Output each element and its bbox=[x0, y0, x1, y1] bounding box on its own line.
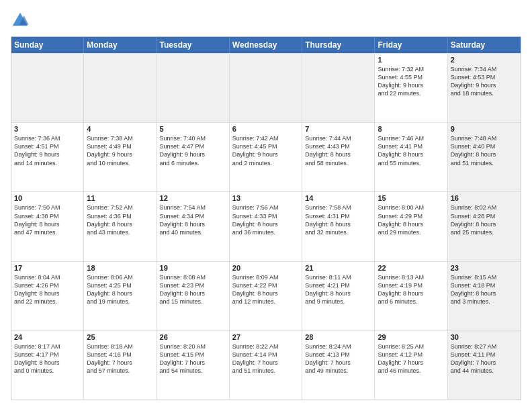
day-number: 9 bbox=[451, 125, 518, 133]
day-cell-14: 14Sunrise: 7:58 AM Sunset: 4:31 PM Dayli… bbox=[302, 192, 375, 261]
day-info: Sunrise: 8:20 AM Sunset: 4:15 PM Dayligh… bbox=[160, 342, 226, 375]
day-header-wednesday: Wednesday bbox=[230, 37, 302, 53]
day-header-tuesday: Tuesday bbox=[157, 37, 230, 53]
day-number: 30 bbox=[451, 333, 518, 341]
day-number: 2 bbox=[451, 56, 518, 64]
day-info: Sunrise: 8:11 AM Sunset: 4:21 PM Dayligh… bbox=[305, 273, 371, 306]
day-info: Sunrise: 7:34 AM Sunset: 4:53 PM Dayligh… bbox=[451, 65, 518, 98]
day-info: Sunrise: 8:22 AM Sunset: 4:14 PM Dayligh… bbox=[232, 342, 299, 375]
day-info: Sunrise: 7:42 AM Sunset: 4:45 PM Dayligh… bbox=[232, 134, 299, 167]
day-number: 15 bbox=[378, 194, 444, 202]
day-cell-18: 18Sunrise: 8:06 AM Sunset: 4:25 PM Dayli… bbox=[84, 262, 157, 330]
logo-icon bbox=[11, 11, 30, 30]
day-info: Sunrise: 7:44 AM Sunset: 4:43 PM Dayligh… bbox=[305, 134, 371, 167]
day-number: 14 bbox=[305, 194, 371, 202]
day-info: Sunrise: 8:00 AM Sunset: 4:29 PM Dayligh… bbox=[378, 203, 444, 236]
day-info: Sunrise: 7:32 AM Sunset: 4:55 PM Dayligh… bbox=[378, 65, 444, 98]
day-number: 28 bbox=[305, 333, 371, 341]
day-number: 12 bbox=[160, 194, 226, 202]
day-number: 11 bbox=[87, 194, 153, 202]
empty-cell bbox=[230, 54, 302, 122]
day-info: Sunrise: 8:06 AM Sunset: 4:25 PM Dayligh… bbox=[87, 273, 153, 306]
page-header bbox=[11, 11, 521, 30]
day-cell-29: 29Sunrise: 8:25 AM Sunset: 4:12 PM Dayli… bbox=[375, 331, 447, 400]
day-info: Sunrise: 7:58 AM Sunset: 4:31 PM Dayligh… bbox=[305, 203, 371, 236]
day-number: 4 bbox=[87, 125, 153, 133]
day-header-thursday: Thursday bbox=[302, 37, 375, 53]
day-number: 10 bbox=[14, 194, 81, 202]
day-header-monday: Monday bbox=[84, 37, 157, 53]
day-number: 19 bbox=[160, 264, 226, 272]
calendar: SundayMondayTuesdayWednesdayThursdayFrid… bbox=[11, 36, 521, 400]
day-cell-3: 3Sunrise: 7:36 AM Sunset: 4:51 PM Daylig… bbox=[11, 123, 84, 191]
day-info: Sunrise: 7:38 AM Sunset: 4:49 PM Dayligh… bbox=[87, 134, 153, 167]
day-number: 6 bbox=[232, 125, 299, 133]
day-info: Sunrise: 8:27 AM Sunset: 4:11 PM Dayligh… bbox=[451, 342, 518, 375]
day-cell-9: 9Sunrise: 7:48 AM Sunset: 4:40 PM Daylig… bbox=[448, 123, 521, 191]
day-cell-1: 1Sunrise: 7:32 AM Sunset: 4:55 PM Daylig… bbox=[375, 54, 447, 122]
day-number: 8 bbox=[378, 125, 444, 133]
day-cell-28: 28Sunrise: 8:24 AM Sunset: 4:13 PM Dayli… bbox=[302, 331, 375, 400]
day-info: Sunrise: 8:09 AM Sunset: 4:22 PM Dayligh… bbox=[232, 273, 299, 306]
day-cell-19: 19Sunrise: 8:08 AM Sunset: 4:23 PM Dayli… bbox=[157, 262, 230, 330]
day-info: Sunrise: 7:56 AM Sunset: 4:33 PM Dayligh… bbox=[232, 203, 299, 236]
day-info: Sunrise: 8:02 AM Sunset: 4:28 PM Dayligh… bbox=[451, 203, 518, 236]
day-cell-26: 26Sunrise: 8:20 AM Sunset: 4:15 PM Dayli… bbox=[157, 331, 230, 400]
day-cell-13: 13Sunrise: 7:56 AM Sunset: 4:33 PM Dayli… bbox=[230, 192, 302, 261]
day-number: 1 bbox=[378, 56, 444, 64]
logo bbox=[11, 11, 32, 30]
day-cell-16: 16Sunrise: 8:02 AM Sunset: 4:28 PM Dayli… bbox=[448, 192, 521, 261]
day-cell-20: 20Sunrise: 8:09 AM Sunset: 4:22 PM Dayli… bbox=[230, 262, 302, 330]
day-cell-27: 27Sunrise: 8:22 AM Sunset: 4:14 PM Dayli… bbox=[230, 331, 302, 400]
day-cell-5: 5Sunrise: 7:40 AM Sunset: 4:47 PM Daylig… bbox=[157, 123, 230, 191]
day-cell-30: 30Sunrise: 8:27 AM Sunset: 4:11 PM Dayli… bbox=[448, 331, 521, 400]
day-number: 18 bbox=[87, 264, 153, 272]
day-cell-11: 11Sunrise: 7:52 AM Sunset: 4:36 PM Dayli… bbox=[84, 192, 157, 261]
day-info: Sunrise: 7:40 AM Sunset: 4:47 PM Dayligh… bbox=[160, 134, 226, 167]
day-cell-23: 23Sunrise: 8:15 AM Sunset: 4:18 PM Dayli… bbox=[448, 262, 521, 330]
empty-cell bbox=[157, 54, 230, 122]
day-number: 21 bbox=[305, 264, 371, 272]
week-row-3: 10Sunrise: 7:50 AM Sunset: 4:38 PM Dayli… bbox=[11, 191, 521, 261]
day-number: 13 bbox=[232, 194, 299, 202]
day-number: 23 bbox=[451, 264, 518, 272]
day-info: Sunrise: 7:46 AM Sunset: 4:41 PM Dayligh… bbox=[378, 134, 444, 167]
day-cell-21: 21Sunrise: 8:11 AM Sunset: 4:21 PM Dayli… bbox=[302, 262, 375, 330]
day-cell-25: 25Sunrise: 8:18 AM Sunset: 4:16 PM Dayli… bbox=[84, 331, 157, 400]
day-info: Sunrise: 7:54 AM Sunset: 4:34 PM Dayligh… bbox=[160, 203, 226, 236]
day-number: 22 bbox=[378, 264, 444, 272]
day-cell-10: 10Sunrise: 7:50 AM Sunset: 4:38 PM Dayli… bbox=[11, 192, 84, 261]
day-cell-4: 4Sunrise: 7:38 AM Sunset: 4:49 PM Daylig… bbox=[84, 123, 157, 191]
day-cell-8: 8Sunrise: 7:46 AM Sunset: 4:41 PM Daylig… bbox=[375, 123, 447, 191]
day-header-sunday: Sunday bbox=[11, 37, 84, 53]
day-number: 20 bbox=[232, 264, 299, 272]
day-info: Sunrise: 7:48 AM Sunset: 4:40 PM Dayligh… bbox=[451, 134, 518, 167]
day-info: Sunrise: 8:18 AM Sunset: 4:16 PM Dayligh… bbox=[87, 342, 153, 375]
day-number: 27 bbox=[232, 333, 299, 341]
day-cell-6: 6Sunrise: 7:42 AM Sunset: 4:45 PM Daylig… bbox=[230, 123, 302, 191]
day-cell-17: 17Sunrise: 8:04 AM Sunset: 4:26 PM Dayli… bbox=[11, 262, 84, 330]
week-row-5: 24Sunrise: 8:17 AM Sunset: 4:17 PM Dayli… bbox=[11, 330, 521, 400]
day-number: 7 bbox=[305, 125, 371, 133]
day-number: 5 bbox=[160, 125, 226, 133]
week-row-1: 1Sunrise: 7:32 AM Sunset: 4:55 PM Daylig… bbox=[11, 53, 521, 122]
day-info: Sunrise: 8:04 AM Sunset: 4:26 PM Dayligh… bbox=[14, 273, 81, 306]
empty-cell bbox=[84, 54, 157, 122]
day-cell-22: 22Sunrise: 8:13 AM Sunset: 4:19 PM Dayli… bbox=[375, 262, 447, 330]
day-number: 25 bbox=[87, 333, 153, 341]
day-number: 24 bbox=[14, 333, 81, 341]
day-info: Sunrise: 8:08 AM Sunset: 4:23 PM Dayligh… bbox=[160, 273, 226, 306]
day-number: 3 bbox=[14, 125, 81, 133]
day-info: Sunrise: 7:52 AM Sunset: 4:36 PM Dayligh… bbox=[87, 203, 153, 236]
day-info: Sunrise: 8:24 AM Sunset: 4:13 PM Dayligh… bbox=[305, 342, 371, 375]
day-number: 26 bbox=[160, 333, 226, 341]
day-header-friday: Friday bbox=[375, 37, 447, 53]
day-number: 29 bbox=[378, 333, 444, 341]
day-info: Sunrise: 8:25 AM Sunset: 4:12 PM Dayligh… bbox=[378, 342, 444, 375]
day-number: 16 bbox=[451, 194, 518, 202]
day-cell-15: 15Sunrise: 8:00 AM Sunset: 4:29 PM Dayli… bbox=[375, 192, 447, 261]
day-cell-7: 7Sunrise: 7:44 AM Sunset: 4:43 PM Daylig… bbox=[302, 123, 375, 191]
day-info: Sunrise: 8:15 AM Sunset: 4:18 PM Dayligh… bbox=[451, 273, 518, 306]
day-cell-12: 12Sunrise: 7:54 AM Sunset: 4:34 PM Dayli… bbox=[157, 192, 230, 261]
week-row-4: 17Sunrise: 8:04 AM Sunset: 4:26 PM Dayli… bbox=[11, 261, 521, 330]
